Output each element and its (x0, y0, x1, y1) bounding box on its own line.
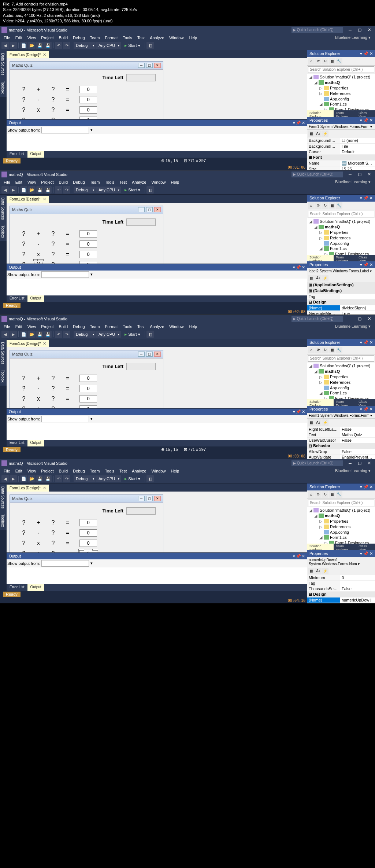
menu-tools[interactable]: Tools (103, 179, 116, 185)
save-icon[interactable]: 💾 (36, 186, 44, 194)
close-icon[interactable]: ✕ (43, 341, 46, 346)
menu-team[interactable]: Team (88, 35, 102, 41)
panel-tab[interactable]: Solution Explorer (307, 544, 334, 550)
nav-fwd-icon[interactable]: ▶ (10, 331, 17, 338)
home-icon[interactable]: ⌂ (308, 491, 315, 498)
close-icon[interactable]: ✕ (43, 52, 46, 57)
nav-fwd-icon[interactable]: ▶ (10, 42, 17, 49)
minimize-button[interactable]: ─ (346, 27, 354, 33)
errorlist-tab[interactable]: Error List (7, 440, 27, 446)
toolbox-tab[interactable]: Toolbox (0, 222, 7, 241)
alpha-icon[interactable]: A↓ (315, 130, 322, 137)
designer-surface[interactable]: Maths Quiz ─ ▢ ✕ Time Left (7, 492, 307, 552)
close-button[interactable]: ✕ (365, 460, 374, 466)
toolbox-tab[interactable]: Toolbox (0, 367, 7, 385)
document-tab[interactable]: Form1.cs [Design]*✕ (7, 196, 49, 203)
pin-icon[interactable]: 📌 (296, 554, 301, 559)
showall-icon[interactable]: ▦ (329, 202, 335, 209)
maximize-button[interactable]: ▢ (355, 316, 364, 322)
new-icon[interactable]: 📄 (20, 475, 27, 482)
save-icon[interactable]: 💾 (36, 42, 44, 49)
answer-numericupdown[interactable]: 0 (79, 261, 97, 264)
menu-project[interactable]: Project (39, 324, 56, 330)
panel-tab[interactable]: Team Explorer (334, 110, 357, 117)
property-row[interactable]: Minimum0 (307, 575, 375, 581)
menu-test[interactable]: Test (117, 468, 129, 474)
answer-numericupdown[interactable]: 0 (79, 86, 97, 93)
designer-surface[interactable]: Maths Quiz ─ ▢ ✕ Time Left (7, 203, 307, 264)
user-label[interactable]: Bluelime Learning ▾ (335, 468, 374, 473)
panel-tab[interactable]: Team Explorer (334, 544, 357, 550)
menu-tools[interactable]: Tools (120, 35, 134, 41)
property-row[interactable]: AllowDropFalse (307, 449, 375, 455)
menu-test[interactable]: Test (117, 179, 129, 185)
errorlist-tab[interactable]: Error List (7, 584, 27, 591)
sync-icon[interactable]: ↻ (322, 58, 328, 65)
answer-numericupdown[interactable]: 0 (79, 405, 97, 408)
config-combo[interactable]: Debug (74, 42, 96, 49)
menu-build[interactable]: Build (57, 179, 70, 185)
menu-window[interactable]: Window (149, 179, 168, 185)
minimize-button[interactable]: ─ (346, 172, 354, 177)
winform-preview[interactable]: Maths Quiz ─ ▢ ✕ Time Left (10, 61, 163, 119)
quick-launch-input[interactable]: ▶ Quick Launch (Ctrl+Q) (292, 316, 343, 322)
output-tab[interactable]: Output (27, 151, 44, 158)
solution-tree[interactable]: ◢Solution 'mathsQ' (1 project) ◢mathsQ ▷… (307, 74, 375, 110)
property-row[interactable]: GenerateMemberTrue (307, 603, 375, 603)
output-tab[interactable]: Output (27, 295, 44, 302)
home-icon[interactable]: ⌂ (308, 202, 315, 209)
pin-icon[interactable]: 📌 (296, 265, 301, 270)
user-label[interactable]: Bluelime Learning ▾ (335, 180, 374, 184)
events-icon[interactable]: ⚡ (322, 419, 328, 426)
menu-build[interactable]: Build (57, 35, 70, 41)
document-tab[interactable]: Form1.cs [Design]*✕ (7, 51, 49, 58)
platform-combo[interactable]: Any CPU (96, 475, 121, 482)
nav-back-icon[interactable]: ◀ (1, 331, 9, 338)
tool-icon[interactable]: ◧ (146, 42, 154, 49)
open-icon[interactable]: 📂 (28, 475, 36, 482)
home-icon[interactable]: ⌂ (308, 58, 315, 65)
document-tab[interactable]: Form1.cs [Design]*✕ (7, 340, 49, 347)
menu-file[interactable]: File (1, 35, 12, 41)
answer-numericupdown[interactable]: 0 (79, 251, 97, 258)
redo-icon[interactable]: ↷ (63, 186, 70, 194)
menu-analyze[interactable]: Analyze (148, 35, 166, 41)
answer-numericupdown[interactable]: 0 (79, 230, 97, 238)
panel-tab[interactable]: Team Explorer (334, 255, 357, 261)
pin-icon[interactable]: 📌 (296, 121, 301, 125)
close-icon[interactable]: ✕ (302, 409, 305, 414)
tool-icon[interactable]: ◧ (146, 186, 154, 194)
props-object-selector[interactable]: label2 System.Windows.Forms.Label ▾ (307, 268, 375, 274)
menu-analyze[interactable]: Analyze (130, 468, 148, 474)
properties-icon[interactable]: 🔧 (336, 347, 342, 353)
answer-numericupdown[interactable]: 0 (79, 117, 97, 119)
answer-numericupdown[interactable]: 0 (79, 519, 97, 526)
menu-help[interactable]: Help (169, 468, 182, 474)
menu-project[interactable]: Project (39, 468, 56, 474)
datasources-tab[interactable]: Data Sources (0, 50, 7, 78)
panel-tab[interactable]: Team Explorer (334, 399, 357, 406)
menu-edit[interactable]: Edit (13, 179, 25, 185)
new-icon[interactable]: 📄 (20, 42, 27, 49)
property-row[interactable]: Name🔤 Microsoft Sans Se (307, 161, 375, 166)
property-row[interactable]: CursorDefault (307, 149, 375, 155)
menu-window[interactable]: Window (167, 35, 186, 41)
pin-icon[interactable]: ▾ (293, 554, 295, 559)
output-source-combo[interactable] (41, 271, 89, 278)
winform-preview[interactable]: Maths Quiz ─ ▢ ✕ Time Left (10, 206, 163, 264)
toolbox-tab[interactable]: Toolbox (0, 511, 7, 530)
operator-label[interactable]: X (36, 261, 41, 264)
user-label[interactable]: Bluelime Learning ▾ (335, 35, 374, 40)
properties-icon[interactable]: 🔧 (336, 491, 342, 498)
redo-icon[interactable]: ↷ (63, 331, 70, 338)
undo-icon[interactable]: ↶ (55, 186, 62, 194)
designer-surface[interactable]: Maths Quiz ─ ▢ ✕ Time Left (7, 347, 307, 408)
props-object-selector[interactable]: Form1 System.Windows.Forms.Form ▾ (307, 124, 375, 130)
pin-icon[interactable]: ▾ (293, 409, 295, 414)
menu-edit[interactable]: Edit (13, 324, 25, 330)
categorized-icon[interactable]: ▦ (308, 568, 315, 574)
answer-numericupdown[interactable]: 0 (79, 106, 97, 114)
maximize-button[interactable]: ▢ (355, 27, 364, 33)
config-combo[interactable]: Debug (74, 187, 96, 193)
sync-icon[interactable]: ↻ (322, 347, 328, 353)
